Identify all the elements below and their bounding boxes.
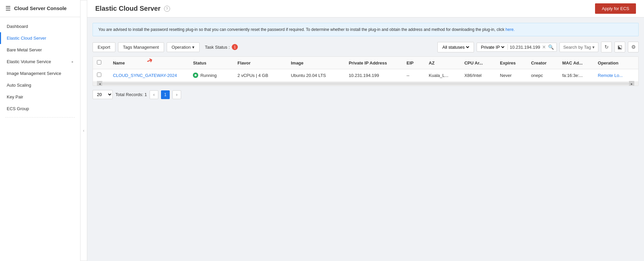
sidebar: ☰ Cloud Server Console Dashboard Elastic… [0, 0, 80, 261]
page-1-button[interactable]: 1 [161, 90, 170, 99]
page-size-select[interactable]: 20 10 50 100 [93, 90, 113, 99]
sidebar-header: ☰ Cloud Server Console [0, 0, 80, 17]
ip-search-icon[interactable]: 🔍 [548, 44, 554, 50]
apply-for-ecs-button[interactable]: Apply for ECS [595, 3, 636, 14]
header-eip: EIP [402, 57, 425, 69]
status-label: Running [200, 73, 216, 78]
ip-filter: Private IP 10.231.194.199 ✕ 🔍 [477, 43, 557, 52]
total-records: Total Records: 1 [115, 92, 147, 97]
alert-link[interactable]: here. [505, 27, 515, 32]
header-name: Name [109, 57, 189, 69]
row-creator-cell: onepc [527, 69, 558, 82]
search-by-tag[interactable]: Search by Tag ▾ [559, 42, 598, 52]
task-status-label: Task Status : [205, 45, 230, 50]
sidebar-item-auto-scaling[interactable]: Auto Scaling [0, 79, 80, 91]
ip-clear-icon[interactable]: ✕ [542, 44, 546, 50]
sidebar-item-image-management-service[interactable]: Image Management Service [0, 68, 80, 79]
alert-text: You are advised to install the password … [98, 27, 504, 32]
search-tag-chevron-icon: ▾ [592, 45, 595, 50]
sidebar-nav: Dashboard Elastic Cloud Server Bare Meta… [0, 17, 80, 261]
header-private-ip: Private IP Address [345, 57, 402, 69]
hamburger-menu[interactable]: ☰ [5, 5, 11, 12]
help-icon[interactable]: ? [164, 6, 170, 12]
sidebar-item-elastic-cloud-server[interactable]: Elastic Cloud Server [0, 32, 80, 44]
header-checkbox-col [93, 57, 109, 69]
row-cpu-cell: X86/Intel [460, 69, 496, 82]
table-header: Name Status Flavor Image Private IP Addr [93, 57, 638, 69]
status-running-dot [193, 73, 198, 78]
horizontal-scrollbar[interactable]: ◂ ▸ [93, 82, 638, 86]
status-filter[interactable]: All statuses [437, 42, 474, 52]
remote-login-link[interactable]: Remote Lo... [598, 73, 623, 78]
row-checkbox[interactable] [97, 73, 101, 77]
sidebar-item-bare-metal-server[interactable]: Bare Metal Server [0, 44, 80, 56]
select-all-checkbox[interactable] [97, 60, 101, 64]
header-image: Image [287, 57, 344, 69]
header-expires: Expires [496, 57, 527, 69]
servers-table: Name Status Flavor Image Private IP Addr [93, 57, 638, 82]
scroll-right-button[interactable]: ▸ [629, 81, 634, 86]
sidebar-item-key-pair[interactable]: Key Pair [0, 91, 80, 103]
sidebar-title: Cloud Server Console [14, 5, 67, 12]
ip-filter-value: 10.231.194.199 [510, 45, 540, 50]
export-button[interactable]: Export [93, 42, 115, 52]
row-checkbox-cell [93, 69, 109, 82]
header-creator: Creator [527, 57, 558, 69]
row-private-ip-cell: 10.231.194.199 [345, 69, 402, 82]
task-count-badge[interactable]: 1 [232, 44, 238, 50]
header-cpu-ar: CPU Ar... [460, 57, 496, 69]
sidebar-divider [5, 117, 75, 118]
refresh-button[interactable]: ↻ [601, 42, 612, 52]
sidebar-item-ecs-group[interactable]: ECS Group [0, 103, 80, 115]
scroll-left-button[interactable]: ◂ [97, 81, 102, 86]
row-eip-cell: -- [402, 69, 425, 82]
row-mac-cell: fa:16:3e:... [558, 69, 594, 82]
ip-filter-select[interactable]: Private IP [480, 44, 505, 50]
row-flavor-cell: 2 vCPUs | 4 GB [233, 69, 287, 82]
settings-button[interactable]: ⚙ [628, 42, 639, 52]
header-left: Elastic Cloud Server ? [95, 5, 170, 12]
status-running-indicator: Running [193, 73, 229, 78]
row-name-cell: CLOUD_SYNC_GATEWAY-2024 [109, 69, 189, 82]
search-tag-label: Search by Tag [563, 45, 591, 50]
main-content: Elastic Cloud Server ? Apply for ECS You… [87, 0, 644, 261]
chevron-icon: ▸ [72, 60, 73, 63]
alert-banner: You are advised to install the password … [93, 23, 639, 36]
external-link-button[interactable]: ⬕ [614, 42, 625, 52]
header-mac-ad: MAC Ad... [558, 57, 594, 69]
tags-management-button[interactable]: Tags Management [118, 42, 164, 52]
sidebar-item-elastic-volume-service[interactable]: Elastic Volume Service ▸ [0, 56, 80, 68]
status-select[interactable]: All statuses [441, 44, 470, 50]
operation-button[interactable]: Operation ▾ [167, 42, 200, 52]
row-operation-cell: Remote Lo... [594, 69, 638, 82]
scroll-track[interactable] [102, 82, 629, 85]
header-flavor: Flavor [233, 57, 287, 69]
prev-page-button[interactable]: ‹ [150, 90, 158, 99]
server-table: ➜ Name Status Flav [93, 56, 639, 86]
sidebar-item-dashboard[interactable]: Dashboard [0, 20, 80, 32]
header-az: AZ [425, 57, 460, 69]
row-az-cell: Kuala_L... [425, 69, 460, 82]
table-body: CLOUD_SYNC_GATEWAY-2024 Running 2 vCPUs … [93, 69, 638, 82]
toolbar: Export Tags Management Operation ▾ Task … [93, 42, 639, 52]
next-page-button[interactable]: › [172, 90, 181, 99]
row-status-cell: Running [189, 69, 233, 82]
main-header: Elastic Cloud Server ? Apply for ECS [87, 0, 644, 17]
page-title: Elastic Cloud Server [95, 5, 161, 12]
pagination: 20 10 50 100 Total Records: 1 ‹ 1 › [93, 90, 639, 99]
dropdown-arrow-icon: ▾ [192, 45, 195, 50]
main-body: You are advised to install the password … [87, 17, 644, 261]
row-expires-cell: Never [496, 69, 527, 82]
filter-divider [507, 44, 508, 50]
header-status: Status [189, 57, 233, 69]
table-row: CLOUD_SYNC_GATEWAY-2024 Running 2 vCPUs … [93, 69, 638, 82]
header-operation: Operation [594, 57, 638, 69]
server-name-link[interactable]: CLOUD_SYNC_GATEWAY-2024 [113, 73, 177, 78]
task-status: Task Status : 1 [205, 44, 238, 50]
row-image-cell: Ubuntu 20.04 LTS [287, 69, 344, 82]
sidebar-collapse-button[interactable]: ‹ [80, 0, 87, 261]
